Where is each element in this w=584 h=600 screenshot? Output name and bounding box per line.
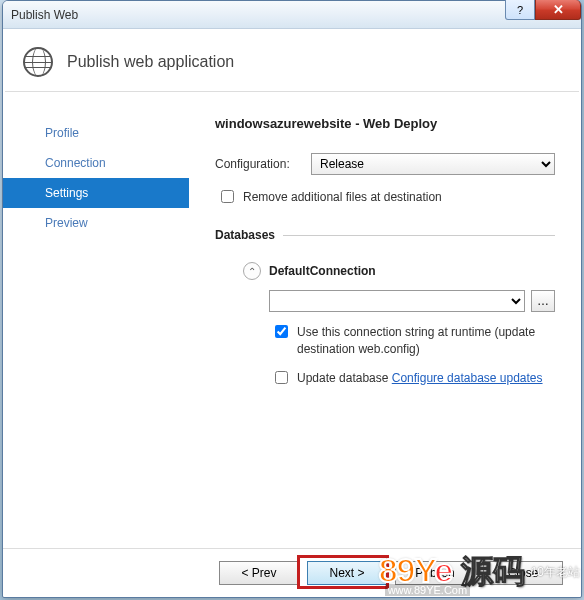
databases-section-label: Databases: [215, 228, 275, 242]
dialog-footer: < Prev Next > Publish Close: [3, 548, 581, 597]
dialog-header: Publish web application: [3, 29, 581, 91]
configure-updates-link[interactable]: Configure database updates: [392, 371, 543, 385]
remove-files-row: Remove additional files at destination: [215, 189, 555, 206]
sidebar-item-profile[interactable]: Profile: [3, 118, 189, 148]
publish-profile-title: windowsazurewebsite - Web Deploy: [215, 116, 555, 131]
update-database-label: Update database Configure database updat…: [297, 370, 555, 387]
divider: [283, 235, 555, 236]
connection-name: DefaultConnection: [269, 264, 376, 278]
update-database-checkbox[interactable]: [275, 371, 288, 384]
database-block: ⌃ DefaultConnection … Use this conne: [215, 262, 555, 387]
collapse-toggle[interactable]: ⌃: [243, 262, 261, 280]
publish-button[interactable]: Publish: [395, 561, 475, 585]
sidebar-item-settings[interactable]: Settings: [3, 178, 189, 208]
dialog-window: Publish Web ? ✕ Publish web application …: [2, 0, 582, 598]
sidebar-item-preview[interactable]: Preview: [3, 208, 189, 238]
database-options: Use this connection string at runtime (u…: [243, 324, 555, 387]
configuration-select[interactable]: Release: [311, 153, 555, 175]
main-panel: windowsazurewebsite - Web Deploy Configu…: [189, 92, 581, 548]
databases-section-header: Databases: [215, 228, 555, 242]
configuration-label: Configuration:: [215, 157, 303, 171]
connection-string-row: …: [269, 290, 555, 312]
help-button[interactable]: ?: [505, 0, 535, 20]
close-window-button[interactable]: ✕: [535, 0, 581, 20]
ellipsis-icon: …: [537, 294, 549, 308]
sidebar: Profile Connection Settings Preview: [3, 92, 189, 548]
window-controls: ? ✕: [505, 0, 581, 20]
dialog-body: Profile Connection Settings Preview wind…: [3, 92, 581, 548]
connection-header: ⌃ DefaultConnection: [243, 262, 555, 280]
globe-icon: [23, 47, 53, 77]
remove-files-checkbox[interactable]: [221, 190, 234, 203]
next-button[interactable]: Next >: [307, 561, 387, 585]
configuration-row: Configuration: Release: [215, 153, 555, 175]
remove-files-label: Remove additional files at destination: [243, 189, 555, 206]
titlebar[interactable]: Publish Web ? ✕: [3, 1, 581, 29]
use-connection-label: Use this connection string at runtime (u…: [297, 324, 555, 358]
window-title: Publish Web: [11, 8, 78, 22]
close-button[interactable]: Close: [483, 561, 563, 585]
sidebar-item-connection[interactable]: Connection: [3, 148, 189, 178]
connection-string-select[interactable]: [269, 290, 525, 312]
header-title: Publish web application: [67, 53, 234, 71]
chevron-up-icon: ⌃: [248, 266, 256, 277]
browse-button[interactable]: …: [531, 290, 555, 312]
use-connection-checkbox[interactable]: [275, 325, 288, 338]
prev-button[interactable]: < Prev: [219, 561, 299, 585]
